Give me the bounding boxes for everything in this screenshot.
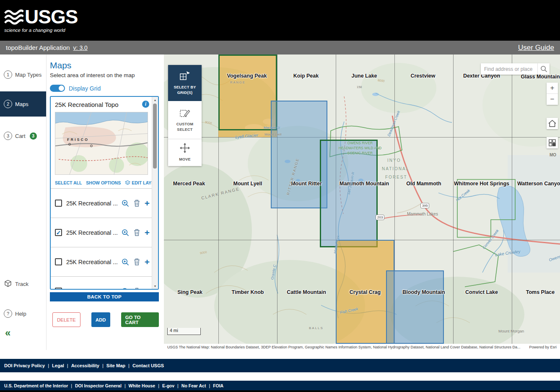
grid-cell-label[interactable]: Timber Knob bbox=[232, 289, 264, 295]
zoom-out-button[interactable]: − bbox=[547, 93, 558, 105]
step-1-icon: 1 bbox=[4, 70, 12, 79]
panel-subtitle: Select area of interest on the map bbox=[50, 72, 159, 78]
sidebar-item-maps[interactable]: 2 Maps bbox=[0, 91, 46, 117]
grid-cell-label[interactable]: Merced Peak bbox=[173, 181, 205, 187]
map-canvas[interactable]: Vogelsang Peak Koip Peak June Lake Crest… bbox=[164, 55, 560, 344]
layer-checkbox-checked[interactable]: ✓ bbox=[55, 229, 62, 236]
footer-gov-links: U.S. Department of the Interior| DOI Ins… bbox=[0, 381, 560, 390]
grid-cell-label[interactable]: Old Mammoth bbox=[406, 181, 441, 187]
grid-cell-label[interactable]: Cattle Mountain bbox=[287, 289, 326, 295]
grid-cell-label[interactable]: Whitmore Hot Springs bbox=[454, 181, 509, 187]
scroll-up-icon[interactable]: ▲ bbox=[152, 97, 158, 103]
zoom-to-icon[interactable] bbox=[122, 288, 129, 290]
basemap-gallery-button[interactable] bbox=[547, 137, 558, 148]
trash-icon[interactable] bbox=[134, 288, 140, 290]
home-button[interactable] bbox=[547, 118, 558, 129]
trash-icon[interactable] bbox=[134, 200, 140, 207]
footer-link-sitemap[interactable]: Site Map bbox=[106, 363, 125, 368]
go-to-cart-button[interactable]: GO TO CART bbox=[121, 312, 159, 327]
package-icon bbox=[4, 280, 12, 288]
sidebar-item-map-types[interactable]: 1 Map Types bbox=[0, 65, 46, 84]
footer-link-contact[interactable]: Contact USGS bbox=[132, 363, 164, 368]
add-layer-icon[interactable]: + bbox=[145, 257, 150, 266]
custom-select-tool[interactable]: CUSTOM SELECT bbox=[168, 101, 202, 139]
layer-checkbox[interactable] bbox=[55, 200, 62, 207]
back-to-top-button[interactable]: BACK TO TOP bbox=[50, 292, 159, 301]
grid-cell-label[interactable]: Watterson Canyon bbox=[517, 181, 560, 187]
display-grid-toggle[interactable] bbox=[50, 85, 65, 92]
add-layer-icon[interactable]: + bbox=[145, 287, 150, 290]
trash-icon[interactable] bbox=[134, 258, 140, 265]
add-layer-icon[interactable]: + bbox=[145, 228, 150, 237]
select-all-link[interactable]: SELECT ALL bbox=[55, 180, 82, 185]
delete-button[interactable]: DELETE bbox=[52, 312, 80, 327]
basemap-gallery-icon bbox=[548, 139, 556, 147]
zoom-in-button[interactable]: + bbox=[547, 83, 558, 93]
layer-row: ✓ 25K Recreational ... + bbox=[51, 218, 158, 247]
footer-link-nofear[interactable]: No Fear Act bbox=[181, 383, 206, 388]
map-label-owens-river: SCENIC RIVER bbox=[347, 151, 373, 155]
user-guide-link[interactable]: User Guide bbox=[518, 44, 554, 52]
grid-cell-label[interactable]: Mount Lyell bbox=[233, 181, 262, 187]
card-scrollbar[interactable]: ▲ ▼ bbox=[152, 97, 158, 289]
layer-label: Crystal Crag bbox=[66, 288, 122, 290]
add-layer-icon[interactable]: + bbox=[145, 199, 150, 208]
grid-cell-label[interactable]: Sing Peak bbox=[177, 289, 202, 295]
footer-link-inspector[interactable]: DOI Inspector General bbox=[75, 383, 122, 388]
scroll-down-icon[interactable]: ▼ bbox=[152, 283, 158, 289]
thumbnail-art bbox=[55, 112, 148, 174]
show-options-link[interactable]: SHOW OPTIONS bbox=[86, 180, 121, 185]
usgs-tagline: science for a changing world bbox=[4, 28, 78, 33]
usgs-logo[interactable]: USGS science for a changing world bbox=[4, 8, 78, 33]
sidebar-item-help[interactable]: ? Help bbox=[0, 304, 46, 323]
sidebar-item-track[interactable]: Track bbox=[0, 275, 46, 293]
select-by-grid-tool[interactable]: SELECT BY GRID(S) bbox=[168, 65, 202, 101]
grid-cell-label[interactable]: Convict Lake bbox=[465, 289, 498, 295]
layer-checkbox[interactable] bbox=[55, 258, 62, 265]
grid-cell-label[interactable]: Crystal Crag bbox=[350, 289, 381, 295]
search-button[interactable] bbox=[537, 63, 550, 75]
powered-by-esri[interactable]: Powered by Esri bbox=[529, 345, 557, 349]
grid-cell-label[interactable]: Toms Place bbox=[526, 289, 555, 295]
footer-link-foia[interactable]: FOIA bbox=[213, 383, 223, 388]
search-input[interactable] bbox=[481, 66, 537, 72]
footer-link-doi[interactable]: U.S. Department of the Interior bbox=[4, 383, 68, 388]
layer-checkbox[interactable] bbox=[55, 288, 62, 290]
move-tool[interactable]: MOVE bbox=[168, 139, 202, 166]
map-thumbnail: FRISCO bbox=[55, 112, 148, 175]
grid-cell-label[interactable]: Mount Ritter bbox=[291, 181, 322, 187]
version-link[interactable]: v: 3.0 bbox=[73, 44, 88, 51]
grid-cell-label[interactable]: Bloody Mountain bbox=[402, 289, 445, 295]
footer-link-privacy[interactable]: DOI Privacy Policy bbox=[4, 363, 45, 368]
grid-cell-label[interactable]: Crestview bbox=[410, 73, 435, 79]
map-attribution: USGS The National Map: National Boundari… bbox=[164, 344, 560, 350]
map-label-owens-river: OWENS RIVER bbox=[347, 141, 373, 145]
grid-cell-label[interactable]: Mammoth Mountain bbox=[340, 181, 389, 187]
info-icon[interactable]: i bbox=[142, 101, 149, 108]
sidebar-collapse-button[interactable]: « bbox=[5, 328, 10, 338]
product-card: 25K Recreational Topo i bbox=[50, 96, 159, 290]
add-button[interactable]: ADD bbox=[91, 312, 110, 327]
display-grid-label: Display Grid bbox=[69, 85, 101, 92]
footer-link-accessibility[interactable]: Accessibility bbox=[71, 363, 99, 368]
trash-icon[interactable] bbox=[134, 229, 140, 236]
sidebar-item-cart[interactable]: 3 Cart 3 bbox=[0, 127, 46, 145]
footer-link-whitehouse[interactable]: White House bbox=[129, 383, 156, 388]
titlebar: topoBuilder Application v: 3.0 User Guid… bbox=[0, 41, 560, 55]
map-label-balls: BALLS bbox=[309, 326, 324, 330]
selection-box-mount-ritter[interactable] bbox=[271, 101, 327, 208]
grid-cell-label[interactable]: Vogelsang Peak bbox=[227, 73, 267, 79]
grid-cell-label[interactable]: Koip Peak bbox=[293, 73, 319, 79]
scrollbar-thumb[interactable] bbox=[153, 104, 157, 169]
footer-link-egov[interactable]: E-gov bbox=[162, 383, 174, 388]
grid-cell-label[interactable]: Glass Mountain bbox=[521, 74, 560, 80]
zoom-to-icon[interactable] bbox=[122, 200, 129, 207]
map-grid-line bbox=[512, 55, 512, 344]
map-label-mammoth-lakes: Mammoth Lakes bbox=[407, 212, 438, 216]
route-shield-395: 395 bbox=[420, 203, 429, 208]
zoom-to-icon[interactable] bbox=[122, 258, 129, 266]
footer-link-legal[interactable]: Legal bbox=[52, 363, 64, 368]
zoom-to-icon[interactable] bbox=[122, 229, 129, 236]
grid-cell-label[interactable]: June Lake bbox=[351, 73, 377, 79]
selection-box-bloody-mountain[interactable] bbox=[386, 270, 444, 344]
